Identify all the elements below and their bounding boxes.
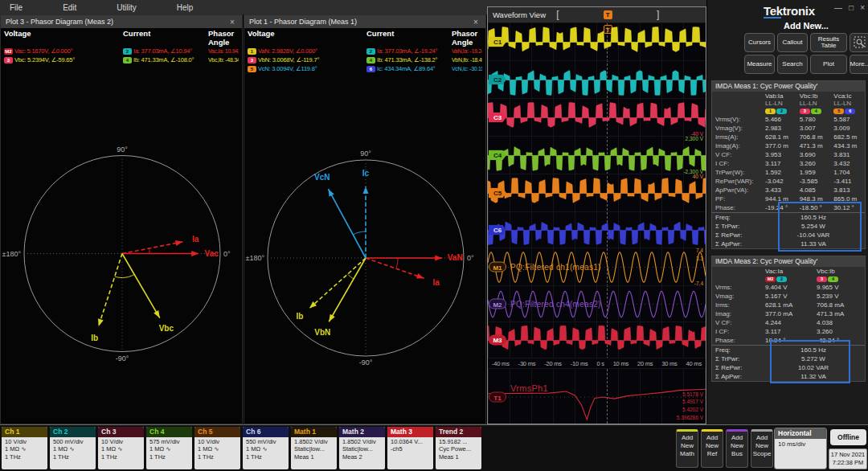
voltage-cell: M2Vac: 5.1670V, ∠0.000° [4, 47, 123, 55]
add-new-bus-button[interactable]: AddNewBus [726, 429, 748, 468]
menu-edit[interactable]: Edit [63, 3, 76, 12]
summary-value: 11.32 VA [762, 373, 865, 380]
source-badge: 5 [833, 109, 844, 114]
search-button[interactable]: Search [777, 55, 808, 74]
meas-row-label: V CF: [712, 151, 762, 158]
meas-value: 944.1 m [762, 195, 796, 203]
tektronix-logo-accent [764, 17, 781, 18]
badge-setting-line: 10 V/div [101, 438, 144, 445]
source-badge: 4 [811, 109, 821, 114]
source-badges: 56 [830, 109, 865, 114]
phasor-angle-readout: VcN,Ic: -30.118° [452, 66, 482, 72]
channel-tag-M3[interactable]: M3 [489, 335, 506, 346]
svg-text:±180°: ±180° [245, 254, 264, 262]
badge-header: Ch 2 [50, 427, 96, 437]
meas-table-title: IMDA Meas 2: Cyc Power Quality' [712, 256, 865, 267]
voltage-cell: 3VbN: 3.0068V, ∠-119.7° [248, 56, 366, 63]
badge-math-3[interactable]: Math 310.0364 V...-ch5 [387, 427, 433, 469]
meas-value: -19.24 ° [762, 204, 796, 211]
phasor-angle-readout: VaN,Ia: -19.243° [452, 48, 482, 54]
current-readout: Ib: 471.33mA, ∠-108.0° [133, 56, 194, 63]
callout-button[interactable]: Callout [777, 33, 808, 52]
add-new-math-button[interactable]: AddNewMath [676, 429, 698, 468]
badge-math-1[interactable]: Math 11.8502 V/divStatic|low...Meas 1 [291, 427, 337, 469]
svg-text:5.4202 V: 5.4202 V [682, 407, 704, 412]
time-axis: -40 ms-30 ms-20 ms-10 ms0 s10 ms20 ms30 … [488, 358, 706, 369]
add-new-scope-button[interactable]: AddNewScope [751, 429, 773, 468]
svg-text:Ib: Ib [297, 312, 304, 321]
meas-value: 471.3 m [796, 142, 831, 149]
summary-row: Σ TrPwr:5.272 W [712, 354, 865, 363]
add-btn-line: Bus [727, 450, 747, 458]
results-table-button[interactable]: Results Table [810, 33, 847, 52]
svg-text:-40 V: -40 V [690, 131, 703, 137]
time-axis-label: 10 ms [613, 360, 628, 367]
summary-label: Freq: [712, 214, 762, 221]
badge-ch-3[interactable]: Ch 310 V/div1 MΩ ∿1 THz [98, 427, 144, 469]
summary-row: Σ ApPwr:11.32 VA [712, 372, 865, 381]
zoom-bracket-right[interactable]: ] [657, 9, 659, 20]
channel-tag-M1[interactable]: M1 [489, 262, 506, 272]
badge-trend-2[interactable]: Trend 215.9182 ...Cyc Powe...Meas 1 [436, 427, 481, 469]
measure-button[interactable]: Measure [744, 55, 775, 74]
badge-settings: 1.8502 V/divStatic|low...Meas 1 [291, 437, 337, 461]
waveform-title-bar[interactable]: Waveform View [ T ] [488, 7, 706, 23]
channel-tag-M2[interactable]: M2 [489, 299, 506, 309]
plot1-rows-row-1: 3VbN: 3.0068V, ∠-119.7°4Ib: 471.33mA, ∠-… [244, 55, 485, 64]
meas-row-label: Irms(A): [712, 133, 762, 141]
badge-setting-line: 1 THz [53, 453, 96, 461]
add-new-ref-button[interactable]: AddNewRef [701, 429, 723, 468]
meas-value: 1.959 [796, 169, 831, 176]
plot-button[interactable]: Plot [810, 55, 847, 74]
close-icon[interactable]: × [860, 3, 865, 12]
summary-row: Σ TrPwr:5.254 W [712, 222, 865, 231]
source-badge: 2 [776, 109, 787, 114]
badge-setting-line: 1.8502 V/div [294, 438, 337, 445]
plot3-col-angle: Phasor Angle [208, 29, 239, 47]
badge-ch-4[interactable]: Ch 4575 mV/div1 MΩ ∿1 THz [146, 427, 192, 469]
channel-tag-T1[interactable]: T1 [489, 391, 506, 402]
meas-row: Irms:628.1 mA706.8 mA [712, 301, 865, 309]
meas-value: 706.8 m [796, 133, 831, 141]
waveform-title: Waveform View [493, 10, 546, 19]
plot3-rows-row-0: M2Vac: 5.1670V, ∠0.000°2Ia: 377.03mA, ∠1… [1, 47, 242, 55]
badge-ch-6[interactable]: Ch 6550 mV/div1 MΩ ∿1 THz [243, 427, 289, 469]
badge-ch-2[interactable]: Ch 2500 mV/div1 MΩ ∿1 THz [50, 427, 96, 469]
meas-value: 706.8 mA [813, 301, 865, 309]
svg-text:Ia: Ia [433, 278, 440, 287]
plot1-close-icon[interactable]: × [471, 18, 481, 27]
meas-row: Vrms:9.404 V9.965 V [712, 283, 865, 292]
menu-help[interactable]: Help [177, 3, 194, 12]
zoom-area-button[interactable] [850, 33, 868, 52]
badge-ch-5[interactable]: Ch 510 V/div1 MΩ ∿1 THz [194, 427, 240, 469]
zoom-bracket-left[interactable]: [ [556, 9, 559, 20]
restore-icon[interactable]: □ [849, 3, 854, 12]
badge-setting-line: Cyc Powe... [439, 445, 481, 453]
horizontal-settings[interactable]: Horizontal 10 ms/div [774, 428, 827, 469]
window-controls: — □ × [834, 3, 865, 12]
menu-file[interactable]: File [10, 3, 23, 12]
meas-row-label: Phase: [712, 204, 762, 211]
badge-setting-line: 1 THz [198, 453, 240, 461]
plot3-close-icon[interactable]: × [227, 18, 237, 27]
channel-badge: 3 [248, 57, 256, 63]
meas-value: 3.260 [813, 328, 865, 335]
minimize-icon[interactable]: — [834, 3, 842, 12]
trigger-marker-icon[interactable]: T [604, 10, 612, 19]
cursors-button[interactable]: Cursors [744, 33, 775, 52]
meas-row-label: TrPwr(W): [712, 169, 762, 176]
menu-utility[interactable]: Utility [117, 3, 136, 12]
offline-button[interactable]: Offline [830, 429, 866, 445]
svg-text:0°: 0° [223, 250, 231, 258]
source-badges: 12 [762, 109, 796, 114]
meas-value: 434.3 m [830, 142, 865, 149]
badge-math-2[interactable]: Math 21.8502 V/divStatic|low...Meas 2 [339, 427, 385, 469]
badge-ch-1[interactable]: Ch 110 V/div1 MΩ ∿1 THz [2, 427, 47, 469]
meas-value: 377.0 m [762, 142, 796, 149]
more--button[interactable]: More... [850, 55, 868, 74]
meas-col-header: Vca:Ic [830, 92, 865, 100]
summary-value: 5.254 W [762, 223, 865, 230]
time-axis-label: -30 ms [518, 360, 536, 367]
plot3-phasor-svg: 90°-90°0°±180°VacIaVbcIb [1, 64, 244, 424]
plot3-phasor-diagram: 90°-90°0°±180°VacIaVbcIb [1, 64, 244, 427]
